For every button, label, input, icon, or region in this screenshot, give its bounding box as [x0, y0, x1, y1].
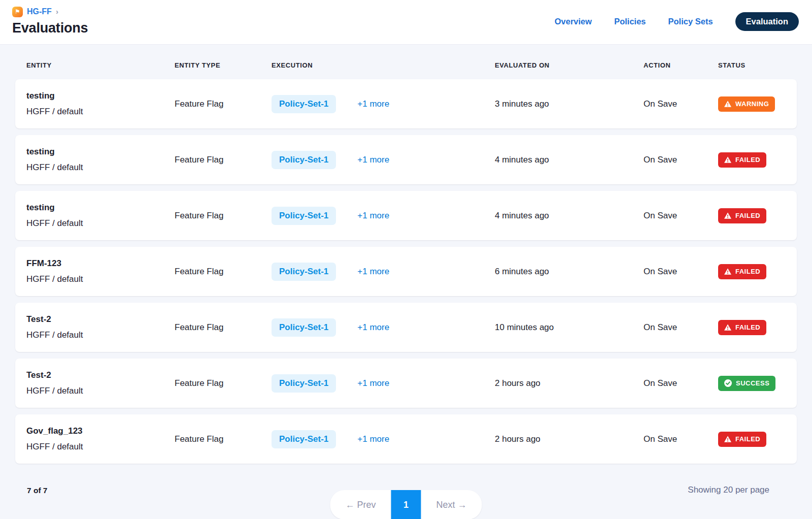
nav-link-policy-sets[interactable]: Policy Sets	[668, 17, 713, 26]
status-badge: FAILED	[718, 152, 766, 168]
entity-type-label: Feature Flag	[175, 155, 223, 165]
table-header-row: ENTITY ENTITY TYPE EXECUTION EVALUATED O…	[15, 51, 797, 79]
status-badge: FAILED	[718, 264, 766, 279]
evaluated-on-label: 2 hours ago	[495, 378, 540, 388]
nav-tab-evaluation-active[interactable]: Evaluation	[735, 12, 799, 31]
entity-path: HGFF / default	[26, 386, 175, 396]
status-badge: WARNING	[718, 96, 775, 112]
more-policies-link[interactable]: +1 more	[357, 99, 389, 109]
prev-page-button[interactable]: ← Prev	[330, 490, 391, 519]
more-policies-link[interactable]: +1 more	[357, 378, 389, 388]
entity-cell: Test-2 HGFF / default	[26, 370, 175, 396]
status-badge: FAILED	[718, 432, 766, 447]
col-header-entity: ENTITY	[26, 61, 175, 69]
evaluated-on-cell: 2 hours ago	[495, 378, 644, 388]
status-badge: FAILED	[718, 320, 766, 335]
status-cell: SUCCESS	[718, 376, 786, 391]
execution-cell: Policy-Set-1 +1 more	[272, 263, 495, 281]
table-row[interactable]: Gov_flag_123 HGFF / default Feature Flag…	[15, 414, 797, 464]
policy-set-chip[interactable]: Policy-Set-1	[272, 151, 336, 169]
feature-flags-app-icon: ⚑	[12, 7, 23, 17]
table-row[interactable]: testing HGFF / default Feature Flag Poli…	[15, 191, 797, 240]
col-header-evaluated-on: EVALUATED ON	[495, 61, 644, 69]
table-row[interactable]: testing HGFF / default Feature Flag Poli…	[15, 135, 797, 184]
entity-type-label: Feature Flag	[175, 322, 223, 332]
status-label: FAILED	[735, 212, 760, 219]
total-count: 7 of 7	[27, 486, 47, 495]
execution-cell: Policy-Set-1 +1 more	[272, 151, 495, 169]
table-row[interactable]: Test-2 HGFF / default Feature Flag Polic…	[15, 303, 797, 352]
status-cell: FAILED	[718, 208, 786, 223]
status-label: FAILED	[735, 323, 760, 331]
more-policies-link[interactable]: +1 more	[357, 434, 389, 444]
breadcrumb: ⚑ HG-FF ›	[12, 5, 88, 18]
evaluated-on-cell: 4 minutes ago	[495, 211, 644, 221]
entity-cell: Test-2 HGFF / default	[26, 314, 175, 340]
warning-triangle-icon	[724, 436, 731, 442]
evaluated-on-cell: 3 minutes ago	[495, 99, 644, 109]
action-label: On Save	[644, 378, 677, 388]
more-policies-link[interactable]: +1 more	[357, 211, 389, 221]
action-label: On Save	[644, 267, 677, 276]
table-row[interactable]: testing HGFF / default Feature Flag Poli…	[15, 79, 797, 128]
status-cell: FAILED	[718, 320, 786, 335]
breadcrumb-project-link[interactable]: HG-FF	[27, 7, 52, 16]
status-cell: FAILED	[718, 264, 786, 279]
entity-cell: testing HGFF / default	[26, 91, 175, 117]
policy-set-chip[interactable]: Policy-Set-1	[272, 374, 336, 393]
entity-path: HGFF / default	[26, 274, 175, 284]
entity-name: Test-2	[26, 370, 175, 380]
more-policies-link[interactable]: +1 more	[357, 322, 389, 333]
policy-set-chip[interactable]: Policy-Set-1	[272, 207, 336, 225]
evaluated-on-label: 10 minutes ago	[495, 322, 554, 332]
header-left: ⚑ HG-FF › Evaluations	[12, 5, 88, 36]
next-page-button[interactable]: Next →	[421, 490, 482, 519]
page-title: Evaluations	[12, 20, 88, 36]
table-row[interactable]: Test-2 HGFF / default Feature Flag Polic…	[15, 359, 797, 408]
status-label: SUCCESS	[736, 379, 769, 387]
action-cell: On Save	[644, 211, 718, 221]
evaluated-on-label: 4 minutes ago	[495, 211, 549, 220]
nav-link-policies[interactable]: Policies	[614, 17, 646, 26]
current-page-button[interactable]: 1	[391, 490, 421, 519]
entity-type-label: Feature Flag	[175, 211, 223, 220]
policy-set-chip[interactable]: Policy-Set-1	[272, 95, 336, 113]
status-badge: SUCCESS	[718, 376, 775, 391]
policy-set-chip[interactable]: Policy-Set-1	[272, 318, 336, 337]
entity-cell: Gov_flag_123 HGFF / default	[26, 426, 175, 452]
entity-path: HGFF / default	[26, 442, 175, 452]
evaluated-on-label: 3 minutes ago	[495, 99, 549, 109]
execution-cell: Policy-Set-1 +1 more	[272, 374, 495, 393]
action-label: On Save	[644, 434, 677, 444]
execution-cell: Policy-Set-1 +1 more	[272, 207, 495, 225]
col-header-action: ACTION	[644, 61, 718, 69]
status-cell: FAILED	[718, 432, 786, 447]
entity-type-cell: Feature Flag	[175, 434, 272, 444]
action-cell: On Save	[644, 378, 718, 388]
more-policies-link[interactable]: +1 more	[357, 155, 389, 165]
entity-name: FFM-123	[26, 258, 175, 269]
entity-name: Gov_flag_123	[26, 426, 175, 436]
entity-type-cell: Feature Flag	[175, 378, 272, 388]
action-cell: On Save	[644, 434, 718, 444]
more-policies-link[interactable]: +1 more	[357, 267, 389, 277]
evaluated-on-cell: 2 hours ago	[495, 434, 644, 444]
policy-set-chip[interactable]: Policy-Set-1	[272, 263, 336, 281]
entity-type-label: Feature Flag	[175, 434, 223, 444]
evaluated-on-label: 4 minutes ago	[495, 155, 549, 165]
status-cell: WARNING	[718, 96, 786, 112]
entity-path: HGFF / default	[26, 107, 175, 117]
status-label: WARNING	[735, 100, 769, 108]
execution-cell: Policy-Set-1 +1 more	[272, 95, 495, 113]
warning-triangle-icon	[724, 324, 731, 331]
check-circle-icon	[724, 379, 732, 387]
status-label: FAILED	[735, 156, 760, 164]
status-cell: FAILED	[718, 152, 786, 168]
action-cell: On Save	[644, 267, 718, 277]
entity-path: HGFF / default	[26, 163, 175, 173]
nav-link-overview[interactable]: Overview	[555, 17, 592, 26]
table-row[interactable]: FFM-123 HGFF / default Feature Flag Poli…	[15, 247, 797, 296]
policy-set-chip[interactable]: Policy-Set-1	[272, 430, 336, 448]
entity-type-label: Feature Flag	[175, 99, 223, 109]
evaluated-on-label: 6 minutes ago	[495, 267, 549, 276]
